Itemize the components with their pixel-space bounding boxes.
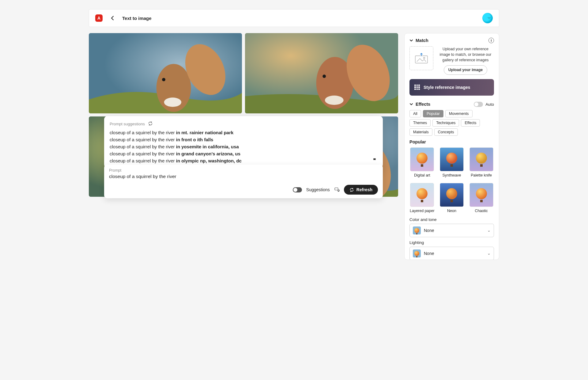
effects-category-chips: All Popular Movements Themes Techniques … xyxy=(409,110,494,136)
refresh-button[interactable]: Refresh xyxy=(344,185,378,195)
lighting-select[interactable]: None ⌄ xyxy=(409,247,494,260)
suggestion-item[interactable]: closeup of a squirrel by the river in fr… xyxy=(110,137,377,142)
grid-icon xyxy=(414,85,420,90)
chevron-down-icon: ⌄ xyxy=(487,228,491,233)
color-tone-value: None xyxy=(424,228,434,233)
auto-toggle-label: Auto xyxy=(485,102,494,107)
style-grid: Digital art Synthwave Palette knife Laye… xyxy=(409,147,494,213)
match-help-text: Upload your own reference image to match… xyxy=(437,46,494,75)
result-thumb-2[interactable] xyxy=(245,33,398,113)
topbar: A Text to image xyxy=(89,9,499,27)
adobe-logo[interactable]: A xyxy=(95,14,103,22)
svg-point-9 xyxy=(322,74,326,78)
suggestions-toggle-label: Suggestions xyxy=(306,187,330,192)
style-digital-art[interactable]: Digital art xyxy=(409,147,435,177)
chip-materials[interactable]: Materials xyxy=(409,128,432,136)
sidebar: Match i Upload your own reference image … xyxy=(404,33,499,260)
style-layered-paper[interactable]: Layered paper xyxy=(409,183,435,213)
color-tone-select[interactable]: None ⌄ xyxy=(409,224,494,237)
match-title: Match xyxy=(416,38,428,43)
style-synthwave[interactable]: Synthwave xyxy=(439,147,465,177)
popular-heading: Popular xyxy=(409,139,494,144)
svg-point-7 xyxy=(325,96,344,105)
page-title: Text to image xyxy=(122,16,152,21)
style-banner-label: Style reference images xyxy=(424,85,470,90)
chip-popular[interactable]: Popular xyxy=(423,110,443,117)
svg-point-21 xyxy=(424,57,425,59)
style-neon[interactable]: Neon xyxy=(439,183,465,213)
svg-point-4 xyxy=(162,78,165,81)
style-chaotic[interactable]: Chaotic xyxy=(469,183,494,213)
chip-movements[interactable]: Movements xyxy=(445,110,473,117)
svg-point-2 xyxy=(164,97,182,107)
prompt-panel: Prompt closeup of a squirrel by the rive… xyxy=(104,165,383,198)
flag-icon[interactable] xyxy=(372,158,377,163)
avatar[interactable] xyxy=(482,13,493,23)
prompt-suggestions-panel: Prompt suggestions closeup of a squirrel… xyxy=(104,116,383,168)
chip-all[interactable]: All xyxy=(409,110,421,117)
suggestion-item[interactable]: closeup of a squirrel by the river in mt… xyxy=(110,130,377,135)
prompt-input[interactable]: closeup of a squirrel by the river xyxy=(109,174,378,179)
upload-image-button[interactable]: Upload your image xyxy=(444,65,488,74)
lighting-label: Lighting xyxy=(409,240,494,245)
chip-effects[interactable]: Effects xyxy=(461,119,480,127)
auto-toggle[interactable] xyxy=(474,102,483,107)
suggestion-item[interactable]: closeup of a squirrel by the river in yo… xyxy=(110,144,377,149)
suggestions-toggle[interactable] xyxy=(293,187,302,192)
chevron-down-icon xyxy=(409,102,413,106)
upload-dropzone[interactable] xyxy=(409,46,433,70)
refresh-suggestions-icon[interactable] xyxy=(148,121,153,127)
canvas-area: Prompt suggestions closeup of a squirrel… xyxy=(89,33,398,197)
style-palette-knife[interactable]: Palette knife xyxy=(469,147,494,177)
effects-section-header[interactable]: Effects Auto xyxy=(409,102,494,107)
chevron-down-icon xyxy=(409,39,413,42)
match-section-header[interactable]: Match i xyxy=(409,38,494,43)
chip-concepts[interactable]: Concepts xyxy=(434,128,458,136)
result-thumb-1[interactable] xyxy=(89,33,242,113)
style-reference-banner[interactable]: Style reference images xyxy=(409,79,494,96)
info-icon[interactable]: i xyxy=(488,38,494,43)
prompt-label: Prompt xyxy=(109,168,378,173)
lighting-value: None xyxy=(424,251,434,256)
chevron-down-icon: ⌄ xyxy=(487,251,491,256)
suggestion-item[interactable]: closeup of a squirrel by the river in gr… xyxy=(110,151,377,156)
suggestion-item[interactable]: closeup of a squirrel by the river in ol… xyxy=(110,158,377,163)
chip-techniques[interactable]: Techniques xyxy=(432,119,459,127)
color-tone-label: Color and tone xyxy=(409,217,494,222)
suggestion-list: closeup of a squirrel by the river in mt… xyxy=(110,130,377,163)
refresh-button-label: Refresh xyxy=(356,187,372,192)
svg-rect-18 xyxy=(335,188,338,190)
effects-title: Effects xyxy=(416,102,430,107)
back-button[interactable] xyxy=(108,14,117,22)
prompt-settings-icon[interactable] xyxy=(334,187,340,193)
chip-themes[interactable]: Themes xyxy=(409,119,431,127)
svg-rect-20 xyxy=(415,56,428,63)
prompt-suggestions-label: Prompt suggestions xyxy=(110,122,145,126)
